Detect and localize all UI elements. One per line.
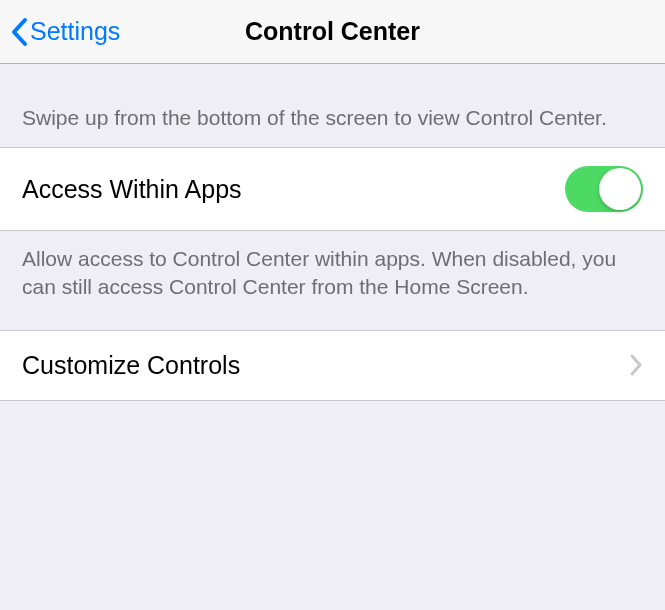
customize-controls-cell[interactable]: Customize Controls (0, 330, 665, 401)
intro-description: Swipe up from the bottom of the screen t… (0, 64, 665, 147)
navigation-bar: Settings Control Center (0, 0, 665, 64)
toggle-knob (599, 168, 641, 210)
customize-controls-label: Customize Controls (22, 351, 240, 380)
access-within-apps-label: Access Within Apps (22, 175, 242, 204)
page-title: Control Center (245, 17, 420, 46)
access-within-apps-toggle[interactable] (565, 166, 643, 212)
access-within-apps-footer: Allow access to Control Center within ap… (0, 231, 665, 330)
back-button[interactable]: Settings (10, 17, 120, 47)
back-label: Settings (30, 17, 120, 46)
access-within-apps-cell: Access Within Apps (0, 147, 665, 231)
chevron-right-icon (629, 353, 643, 377)
chevron-left-icon (10, 17, 28, 47)
